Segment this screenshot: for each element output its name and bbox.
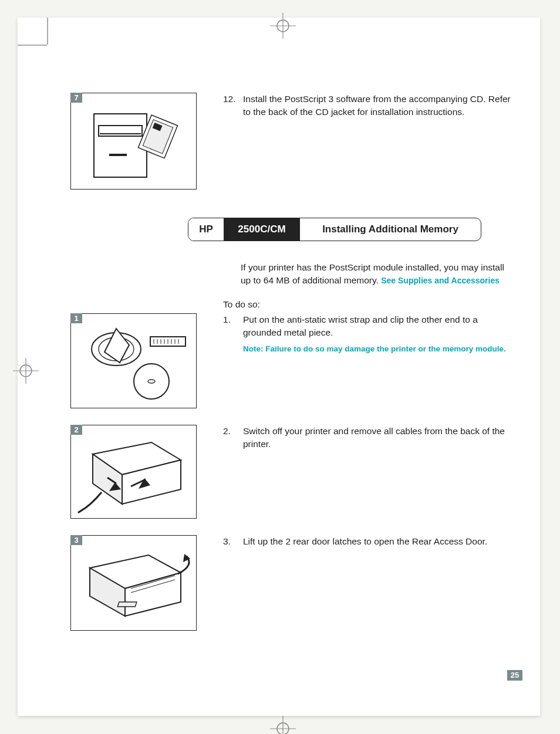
banner-title: Installing Additional Memory xyxy=(300,218,481,241)
figure-3-art xyxy=(71,536,196,630)
figure-1: 1 xyxy=(70,313,197,408)
step-12-text: Install the PostScript 3 software from t… xyxy=(243,93,511,119)
step-2: 2. Switch off your printer and remove al… xyxy=(223,425,511,451)
crop-mark-h xyxy=(18,45,47,46)
document-page: 7 xyxy=(18,18,540,716)
figure-2-label: 2 xyxy=(70,425,82,435)
step-1-number: 1. xyxy=(223,313,243,355)
step-12-row: 7 xyxy=(70,93,511,190)
figure-1-art xyxy=(71,314,196,408)
figure-3: 3 xyxy=(70,535,197,631)
svg-rect-38 xyxy=(117,602,137,607)
step-12-number: 12. xyxy=(223,93,243,119)
step-2-number: 2. xyxy=(223,425,243,451)
figure-7-label: 7 xyxy=(70,93,82,103)
step-12: 12. Install the PostScript 3 software fr… xyxy=(223,93,511,119)
svg-rect-10 xyxy=(99,126,142,136)
step-3-text: Lift up the 2 rear door latches to open … xyxy=(243,535,511,548)
step-2-row: 2 xyxy=(70,425,511,519)
figure-2-art xyxy=(71,425,196,518)
figure-1-label: 1 xyxy=(70,313,82,323)
section-banner: HP 2500C/CM Installing Additional Memory xyxy=(188,218,481,241)
step-1-row: 1 1. xyxy=(70,313,511,408)
registration-mark-top xyxy=(270,13,296,39)
content-area: 7 xyxy=(70,93,511,647)
registration-mark-left xyxy=(13,358,39,384)
banner-brand: HP xyxy=(188,218,224,241)
figure-7: 7 xyxy=(70,93,197,190)
to-do-label: To do so: xyxy=(223,299,511,310)
figure-3-label: 3 xyxy=(70,535,82,545)
step-2-text: Switch off your printer and remove all c… xyxy=(243,425,511,451)
crop-mark-v xyxy=(47,18,48,45)
svg-rect-12 xyxy=(109,154,127,156)
step-1: 1. Put on the anti-static wrist strap an… xyxy=(223,313,511,355)
step-3-row: 3 xyxy=(70,535,511,631)
step-3-number: 3. xyxy=(223,535,243,548)
intro-link[interactable]: See Supplies and Accessories xyxy=(381,276,500,285)
intro-paragraph: If your printer has the PostScript modul… xyxy=(241,261,511,287)
step-1-text: Put on the anti-static wrist strap and c… xyxy=(243,313,511,340)
step-1-note: Note: Failure to do so may damage the pr… xyxy=(243,343,511,355)
registration-mark-bottom xyxy=(270,716,296,734)
svg-point-28 xyxy=(148,380,155,383)
figure-2: 2 xyxy=(70,425,197,519)
figure-7-art xyxy=(71,93,196,189)
step-3: 3. Lift up the 2 rear door latches to op… xyxy=(223,535,511,548)
page-number: 25 xyxy=(507,670,522,681)
banner-model: 2500C/CM xyxy=(224,218,300,241)
